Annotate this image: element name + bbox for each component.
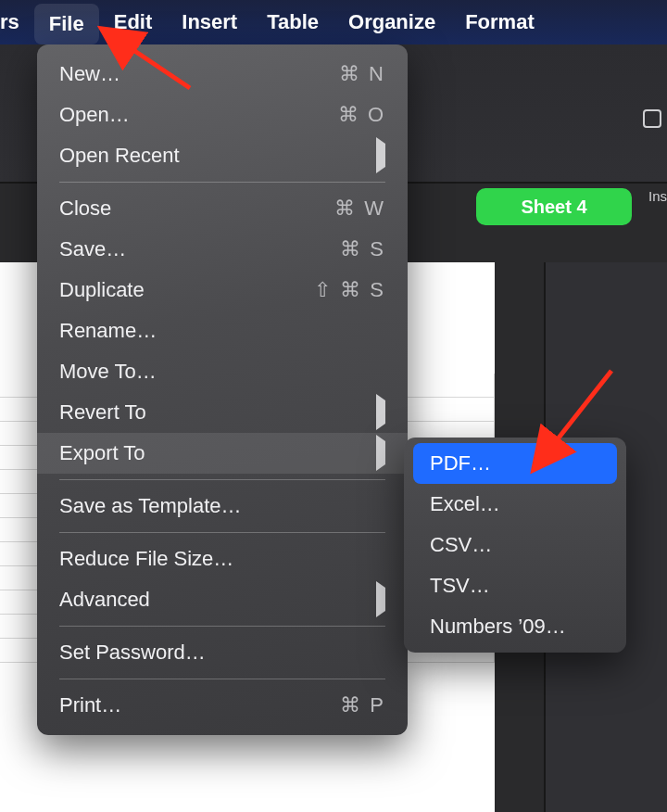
menu-item-print[interactable]: Print… ⌘ P: [37, 685, 408, 726]
shortcut-open: ⌘ O: [321, 103, 385, 127]
submenu-item-numbers09[interactable]: Numbers ’09…: [413, 606, 617, 647]
menu-item-open[interactable]: Open… ⌘ O: [37, 95, 408, 135]
menu-separator: [59, 679, 385, 679]
menu-item-rename[interactable]: Rename…: [37, 311, 408, 351]
menubar-item-insert[interactable]: Insert: [167, 0, 252, 44]
chevron-right-icon: [376, 144, 385, 168]
shortcut-duplicate: ⇧ ⌘ S: [314, 278, 385, 302]
menu-item-set-password[interactable]: Set Password…: [37, 632, 408, 673]
shortcut-save: ⌘ S: [321, 237, 385, 261]
chevron-right-icon: [376, 588, 385, 612]
insert-icon[interactable]: [643, 109, 661, 128]
toolbar-insert-fragment: Ins: [639, 44, 667, 184]
file-menu: New… ⌘ N Open… ⌘ O Open Recent Close ⌘ W…: [37, 44, 408, 735]
export-to-submenu: PDF… Excel… CSV… TSV… Numbers ’09…: [404, 438, 626, 653]
submenu-item-csv[interactable]: CSV…: [413, 525, 617, 565]
menu-item-export-to[interactable]: Export To: [37, 433, 408, 474]
menubar-item-format[interactable]: Format: [450, 0, 549, 44]
menu-item-save-as-template[interactable]: Save as Template…: [37, 486, 408, 527]
menu-item-duplicate[interactable]: Duplicate ⇧ ⌘ S: [37, 270, 408, 311]
menubar-item-file[interactable]: File: [34, 4, 99, 44]
submenu-item-excel[interactable]: Excel…: [413, 484, 617, 525]
menu-item-revert-to[interactable]: Revert To: [37, 392, 408, 433]
menu-item-save[interactable]: Save… ⌘ S: [37, 229, 408, 270]
menu-separator: [59, 532, 385, 533]
menubar-item-app-partial: rs: [0, 0, 34, 44]
submenu-item-pdf[interactable]: PDF…: [413, 443, 617, 484]
sheet-tab-sheet4[interactable]: Sheet 4: [476, 188, 632, 225]
menu-separator: [59, 182, 385, 183]
menu-item-close[interactable]: Close ⌘ W: [37, 188, 408, 229]
shortcut-close: ⌘ W: [321, 197, 385, 221]
menubar-item-edit[interactable]: Edit: [99, 0, 168, 44]
shortcut-new: ⌘ N: [321, 62, 385, 86]
shortcut-print: ⌘ P: [321, 693, 385, 717]
chevron-right-icon: [376, 441, 385, 465]
chevron-right-icon: [376, 400, 385, 425]
menu-item-advanced[interactable]: Advanced: [37, 579, 408, 620]
menubar-item-organize[interactable]: Organize: [334, 0, 450, 44]
menubar: rs File Edit Insert Table Organize Forma…: [0, 0, 667, 44]
submenu-item-tsv[interactable]: TSV…: [413, 565, 617, 606]
insert-label: Ins: [648, 188, 667, 204]
menu-item-new[interactable]: New… ⌘ N: [37, 54, 408, 95]
menu-separator: [59, 479, 385, 480]
menu-separator: [59, 626, 385, 627]
menu-item-open-recent[interactable]: Open Recent: [37, 135, 408, 176]
menu-item-reduce-file-size[interactable]: Reduce File Size…: [37, 539, 408, 579]
menu-item-move-to[interactable]: Move To…: [37, 351, 408, 392]
menubar-item-table[interactable]: Table: [252, 0, 334, 44]
